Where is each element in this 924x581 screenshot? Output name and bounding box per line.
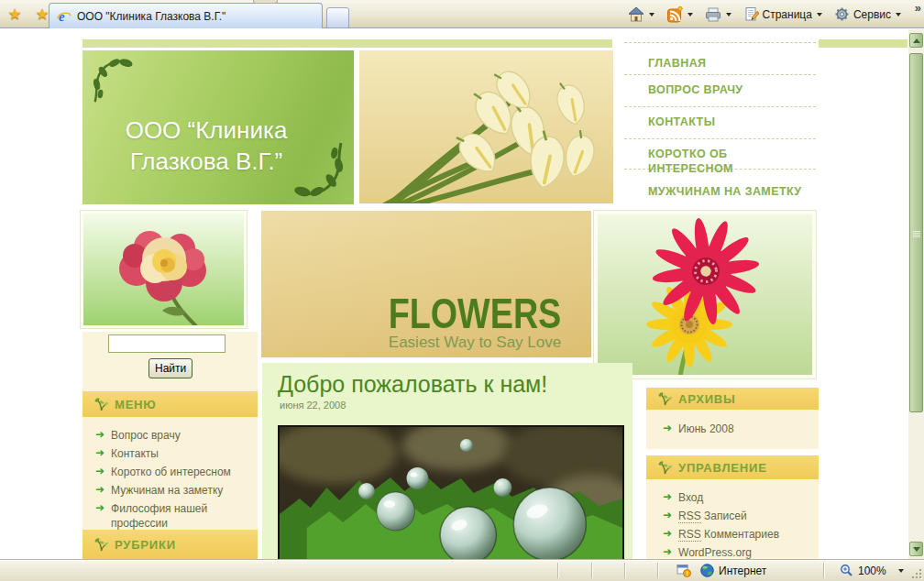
search-button[interactable]: Найти	[148, 358, 192, 378]
protected-mode-icon	[676, 564, 691, 577]
gear-icon	[834, 6, 850, 22]
tab-title: ООО "Клиника Глазкова В.Г."	[77, 10, 226, 23]
sprig-icon	[94, 398, 108, 411]
protected-mode-button[interactable]	[676, 564, 691, 577]
post-image-water-drops	[278, 425, 624, 559]
arrow-bullet-icon: ➜	[663, 527, 672, 542]
site-title: ООО “Клиника Глазкова В.Г.”	[82, 115, 354, 177]
rubrics-header-label: РУБРИКИ	[115, 538, 176, 552]
globe-icon	[700, 564, 714, 577]
toolbar-overflow-chevron[interactable]: »	[915, 1, 921, 15]
arrow-bullet-icon: ➜	[95, 428, 104, 443]
flowers-banner: FLOWERS Easiest Way to Say Love	[261, 211, 591, 357]
menu-header-label: МЕНЮ	[115, 398, 157, 411]
archives-header: АРХИВЫ	[646, 388, 819, 410]
arrow-bullet-icon: ➜	[95, 465, 104, 479]
zoom-control[interactable]: 100%	[840, 564, 904, 577]
site-top-strip-left	[82, 39, 612, 48]
menu-item-ask-doctor[interactable]: ➜ Вопрос врачу	[95, 428, 252, 443]
sprig-icon	[658, 461, 672, 475]
rss-icon	[666, 6, 683, 23]
home-icon	[628, 6, 644, 22]
flourish-icon	[86, 54, 139, 107]
site-title-line2: Глазкова В.Г.”	[82, 146, 330, 177]
vertical-scrollbar[interactable]	[908, 29, 924, 559]
nav-item-home[interactable]: ГЛАВНАЯ	[624, 43, 816, 75]
arrow-bullet-icon: ➜	[95, 483, 104, 498]
feeds-button[interactable]	[664, 5, 696, 25]
menu-item-briefly-interesting[interactable]: ➜ Коротко об интересном	[95, 465, 252, 479]
print-dropdown-arrow	[726, 13, 732, 16]
main-content: Добро пожаловать к нам! июня 22, 2008	[262, 363, 632, 559]
nav-item-briefly-interesting[interactable]: КОРОТКО ОБ ИНТЕРЕСНОМ	[624, 139, 816, 170]
nav-item-ask-doctor[interactable]: ВОПРОС ВРАЧУ	[624, 75, 816, 107]
chevron-down-icon	[913, 547, 920, 552]
scroll-up-button[interactable]	[909, 33, 923, 48]
calla-lilies-photo	[359, 50, 613, 203]
menu-item-contacts[interactable]: ➜ Контакты	[95, 446, 252, 461]
rose-photo	[81, 211, 247, 328]
command-bar: Страница Сервис	[625, 0, 904, 28]
admin-item-login[interactable]: ➜ Вход	[663, 490, 813, 505]
page-button[interactable]: Страница	[741, 5, 825, 24]
admin-header-label: УПРАВЛЕНИЕ	[678, 461, 767, 475]
archive-item-june-2008[interactable]: ➜ Июнь 2008	[663, 422, 813, 436]
archives-list-panel: ➜ Июнь 2008	[646, 410, 819, 449]
tools-dropdown-arrow	[896, 13, 901, 16]
favorites-button[interactable]: ★	[3, 4, 27, 26]
menu-list-panel: ➜ Вопрос врачу ➜ Контакты ➜ Коротко об и…	[82, 417, 258, 530]
new-tab-button[interactable]	[326, 7, 349, 28]
tools-button[interactable]: Сервис	[831, 5, 904, 24]
arrow-bullet-icon: ➜	[95, 446, 104, 461]
page-button-label: Страница	[763, 8, 812, 21]
site-title-line1: ООО “Клиника	[82, 115, 330, 146]
scroll-down-button[interactable]	[909, 542, 923, 556]
rubrics-header: РУБРИКИ	[82, 530, 258, 559]
printer-icon	[705, 7, 721, 22]
scrollbar-thumb[interactable]	[909, 53, 923, 412]
admin-header: УПРАВЛЕНИЕ	[646, 455, 819, 479]
print-button[interactable]	[702, 5, 734, 24]
arrow-bullet-icon: ➜	[663, 422, 672, 436]
gerbera-photo	[594, 211, 816, 378]
security-zone: Интернет	[700, 564, 766, 577]
chevron-up-icon	[913, 38, 920, 43]
nav-item-contacts[interactable]: КОНТАКТЫ	[624, 107, 816, 139]
feeds-dropdown-arrow	[688, 13, 693, 16]
security-zone-label: Интернет	[719, 565, 766, 577]
post-date: июня 22, 2008	[280, 400, 632, 411]
home-button[interactable]	[625, 5, 657, 24]
top-navigation: ГЛАВНАЯ ВОПРОС ВРАЧУ КОНТАКТЫ КОРОТКО ОБ…	[624, 42, 816, 208]
arrow-bullet-icon: ➜	[95, 501, 104, 530]
zoom-dropdown-arrow	[898, 569, 904, 573]
arrow-bullet-icon: ➜	[663, 545, 672, 559]
banner-title: FLOWERS	[389, 294, 562, 333]
favorites-star-icon: ★	[7, 5, 21, 23]
scrollbar-grip	[913, 231, 920, 238]
status-bar: Интернет 100%	[0, 559, 924, 581]
admin-item-rss-posts[interactable]: ➜ RSS Записей	[663, 509, 813, 523]
home-dropdown-arrow	[649, 13, 654, 16]
menu-item-philosophy[interactable]: ➜ Философия нашей профессии	[95, 501, 252, 530]
tools-button-label: Сервис	[853, 8, 891, 21]
post-title: Добро пожаловать к нам!	[278, 371, 632, 398]
svg-text:e: e	[59, 9, 65, 24]
window-resize-grip[interactable]	[919, 576, 921, 578]
page-dropdown-arrow	[817, 13, 822, 16]
sprig-icon	[658, 392, 672, 406]
menu-item-mens-notes[interactable]: ➜ Мужчинам на заметку	[95, 483, 252, 498]
banner-text: FLOWERS Easiest Way to Say Love	[369, 294, 580, 352]
zoom-level-label: 100%	[858, 565, 886, 577]
browser-tab[interactable]: e ООО "Клиника Глазкова В.Г."	[49, 3, 323, 28]
addressbar-remnant	[253, 0, 278, 4]
page-icon	[743, 6, 759, 22]
sprig-icon	[94, 538, 108, 552]
menu-header: МЕНЮ	[82, 391, 258, 417]
magnifier-icon	[840, 564, 853, 577]
arrow-bullet-icon: ➜	[663, 490, 672, 505]
admin-item-rss-comments[interactable]: ➜ RSS Комментариев	[663, 527, 813, 542]
tab-bar: ★ ★ + e ООО "Клиника Глазкова В.Г."	[0, 0, 924, 28]
admin-list-panel: ➜ Вход ➜ RSS Записей ➜ RSS Комментариев …	[646, 479, 819, 559]
search-input[interactable]	[108, 334, 226, 353]
admin-item-wordpress[interactable]: ➜ WordPress.org	[663, 545, 813, 559]
